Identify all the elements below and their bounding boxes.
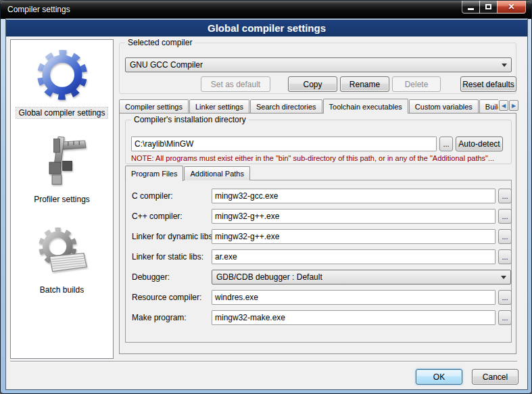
program-files-panel: C compiler: ... C++ compiler: ... Linker… <box>125 180 512 343</box>
button-label: Reset defaults <box>462 80 514 89</box>
delete-button[interactable]: Delete <box>392 76 441 92</box>
ellipsis-icon: ... <box>502 232 508 241</box>
selected-compiler-group: Selected compiler GNU GCC Compiler Set a… <box>119 43 516 94</box>
debugger-select[interactable]: GDB/CDB debugger : Default <box>212 270 511 285</box>
ellipsis-icon: ... <box>502 314 508 322</box>
tab-label: Linker settings <box>195 103 243 111</box>
tab-scroll-left-button[interactable]: ◀ <box>499 100 508 111</box>
sidebar-item-label: Profiler settings <box>32 194 92 205</box>
resource-compiler-browse-button[interactable]: ... <box>498 290 512 305</box>
reset-defaults-button[interactable]: Reset defaults <box>460 76 516 92</box>
static-linker-input[interactable] <box>212 249 495 264</box>
ellipsis-icon: ... <box>443 140 449 148</box>
selected-compiler-group-label: Selected compiler <box>125 38 195 47</box>
gray-gear-papers-icon <box>34 224 91 283</box>
tab-compiler-settings[interactable]: Compiler settings <box>119 99 189 114</box>
sidebar-item-batch-builds[interactable]: Batch builds <box>34 224 91 295</box>
dynamic-linker-input[interactable] <box>212 229 495 244</box>
settings-category-list: Global compiler settings <box>10 39 114 359</box>
toolchain-executables-panel: Compiler's installation directory ... Au… <box>119 113 516 354</box>
tab-label: Compiler settings <box>125 103 183 111</box>
minimize-icon <box>468 8 474 10</box>
button-label: Set as default <box>211 80 260 89</box>
maximize-button[interactable] <box>479 1 498 14</box>
tab-label: Search directories <box>256 103 316 111</box>
tab-scroll-right-button[interactable]: ▶ <box>509 100 518 111</box>
tab-search-directories[interactable]: Search directories <box>250 99 322 114</box>
dynamic-linker-browse-button[interactable]: ... <box>498 229 512 244</box>
arrow-left-icon: ◀ <box>502 103 506 109</box>
resource-compiler-input[interactable] <box>212 290 495 305</box>
browse-directory-button[interactable]: ... <box>439 137 453 151</box>
cpp-compiler-input[interactable] <box>212 209 495 224</box>
ellipsis-icon: ... <box>502 192 508 200</box>
c-compiler-label: C compiler: <box>132 191 173 201</box>
dialog-header-title: Global compiler settings <box>208 22 326 34</box>
tab-program-files[interactable]: Program Files <box>125 166 183 181</box>
tab-custom-variables[interactable]: Custom variables <box>409 99 479 114</box>
tab-label: Build options <box>485 103 498 111</box>
dialog-client-area: Global compiler settings Globa <box>6 19 527 389</box>
sidebar-item-global-compiler-settings[interactable]: Global compiler settings <box>16 44 107 118</box>
tab-label: Additional Paths <box>190 170 244 178</box>
make-program-label: Make program: <box>132 313 187 322</box>
minimize-button[interactable] <box>462 1 480 14</box>
ok-button[interactable]: OK <box>416 369 462 385</box>
installation-directory-input[interactable] <box>131 137 437 151</box>
tab-label: Program Files <box>131 170 177 178</box>
note-text: NOTE: All programs must exist either in … <box>131 154 494 162</box>
maximize-icon <box>485 4 491 9</box>
c-compiler-browse-button[interactable]: ... <box>498 189 512 203</box>
dynamic-linker-label: Linker for dynamic libs: <box>132 232 215 241</box>
static-linker-browse-button[interactable]: ... <box>498 249 512 264</box>
compiler-settings-dialog: Compiler settings ✕ Global compiler sett… <box>0 0 532 394</box>
tab-label: Custom variables <box>415 103 473 111</box>
button-label: OK <box>433 372 445 382</box>
titlebar[interactable]: Compiler settings ✕ <box>1 1 531 19</box>
make-program-browse-button[interactable]: ... <box>498 310 512 325</box>
rename-button[interactable]: Rename <box>340 76 389 92</box>
installation-directory-group-label: Compiler's installation directory <box>131 115 249 124</box>
caliper-icon <box>34 134 89 193</box>
dialog-header: Global compiler settings <box>6 20 527 36</box>
window-title: Compiler settings <box>7 5 70 14</box>
tab-build-options[interactable]: Build options <box>479 99 498 114</box>
settings-tabstrip: Compiler settings Linker settings Search… <box>119 98 498 114</box>
debugger-select-value: GDB/CDB debugger : Default <box>216 272 322 282</box>
c-compiler-input[interactable] <box>212 189 495 203</box>
copy-button[interactable]: Copy <box>288 76 337 92</box>
static-linker-label: Linker for static libs: <box>132 252 203 262</box>
button-label: Rename <box>349 80 380 89</box>
compiler-select[interactable]: GNU GCC Compiler <box>125 57 512 72</box>
resource-compiler-label: Resource compiler: <box>132 293 201 302</box>
ellipsis-icon: ... <box>502 212 508 220</box>
chevron-down-icon <box>502 64 507 67</box>
blue-gear-icon <box>32 44 92 106</box>
installation-directory-group: Compiler's installation directory ... Au… <box>125 120 512 164</box>
close-button[interactable]: ✕ <box>497 1 526 14</box>
compiler-select-value: GNU GCC Compiler <box>130 60 203 70</box>
tab-scroll-arrows: ◀ ▶ <box>498 100 518 111</box>
chevron-down-icon <box>501 276 506 279</box>
ellipsis-icon: ... <box>502 293 508 301</box>
tab-label: Toolchain executables <box>329 103 402 111</box>
close-icon: ✕ <box>508 2 514 11</box>
program-files-tabstrip: Program Files Additional Paths <box>125 166 251 180</box>
footer-divider <box>10 361 517 362</box>
button-label: Copy <box>303 80 322 89</box>
make-program-input[interactable] <box>212 310 495 325</box>
auto-detect-button[interactable]: Auto-detect <box>456 137 503 151</box>
cpp-compiler-browse-button[interactable]: ... <box>498 209 512 224</box>
ellipsis-icon: ... <box>502 253 508 261</box>
tab-linker-settings[interactable]: Linker settings <box>189 99 249 114</box>
window-controls: ✕ <box>462 1 526 14</box>
sidebar-item-label: Global compiler settings <box>16 107 107 118</box>
cpp-compiler-label: C++ compiler: <box>132 212 183 221</box>
sidebar-item-profiler-settings[interactable]: Profiler settings <box>32 134 92 205</box>
set-as-default-button[interactable]: Set as default <box>201 76 270 92</box>
sidebar-item-label: Batch builds <box>38 285 86 295</box>
debugger-label: Debugger: <box>132 272 170 282</box>
cancel-button[interactable]: Cancel <box>472 369 518 385</box>
tab-toolchain-executables[interactable]: Toolchain executables <box>323 99 408 114</box>
tab-additional-paths[interactable]: Additional Paths <box>184 166 250 180</box>
